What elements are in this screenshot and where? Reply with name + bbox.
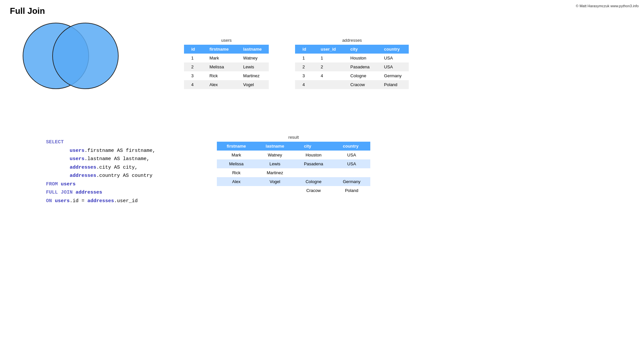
result-col-country: country (333, 142, 370, 151)
sql-line-6: FROM users (46, 180, 155, 189)
sql-line-2: users.firstname AS firstname, (46, 147, 155, 155)
svg-point-1 (53, 23, 118, 89)
result-col-lastname: lastname (256, 142, 294, 151)
table-row: MelissaLewisPasadenaUSA (217, 159, 370, 168)
addr-col-id: id (295, 45, 313, 54)
table-row: RickMartinez (217, 168, 370, 177)
table-row: 22PasadenaUSA (295, 62, 409, 71)
table-row: AlexVogelCologneGermany (217, 177, 370, 186)
result-table: firstname lastname city country MarkWatn… (217, 142, 370, 195)
addresses-table-wrapper: addresses id user_id city country 11Hous… (295, 38, 409, 89)
table-row: MarkWatneyHoustonUSA (217, 151, 370, 159)
addresses-table-label: addresses (342, 38, 362, 43)
sql-line-3: users.lastname AS lastname, (46, 155, 155, 163)
users-col-id: id (184, 45, 202, 54)
sql-line-5: addresses.country AS country (46, 172, 155, 180)
sql-line-1: SELECT (46, 138, 155, 147)
table-row: 2MelissaLewis (184, 62, 269, 71)
table-row: 3RickMartinez (184, 71, 269, 80)
sql-line-4: addresses.city AS city, (46, 163, 155, 172)
result-section: result firstname lastname city country M… (217, 135, 370, 195)
users-table: id firstname lastname 1MarkWatney2Meliss… (184, 45, 269, 89)
table-row: 4CracowPoland (295, 80, 409, 89)
table-row: 11HoustonUSA (295, 54, 409, 62)
addresses-table: id user_id city country 11HoustonUSA22Pa… (295, 45, 409, 89)
addr-col-user_id: user_id (313, 45, 343, 54)
sql-line-8: ON users.id = addresses.user_id (46, 197, 155, 205)
sql-code-block: SELECT users.firstname AS firstname, use… (46, 138, 155, 205)
users-col-firstname: firstname (202, 45, 236, 54)
page-title: Full Join (10, 6, 45, 16)
venn-diagram (13, 20, 125, 92)
table-row: CracowPoland (217, 186, 370, 195)
result-col-firstname: firstname (217, 142, 256, 151)
users-table-label: users (221, 38, 232, 43)
table-row: 4AlexVogel (184, 80, 269, 89)
sql-line-7: FULL JOIN addresses (46, 188, 155, 197)
top-tables-section: users id firstname lastname 1MarkWatney2… (184, 38, 409, 89)
table-row: 34CologneGermany (295, 71, 409, 80)
addr-col-country: country (377, 45, 409, 54)
users-table-wrapper: users id firstname lastname 1MarkWatney2… (184, 38, 269, 89)
users-col-lastname: lastname (236, 45, 269, 54)
table-row: 1MarkWatney (184, 54, 269, 62)
addr-col-city: city (343, 45, 377, 54)
copyright-text: © Matt Harasymczuk www.python3.info (576, 4, 639, 8)
result-col-city: city (294, 142, 333, 151)
result-table-label: result (288, 135, 299, 140)
